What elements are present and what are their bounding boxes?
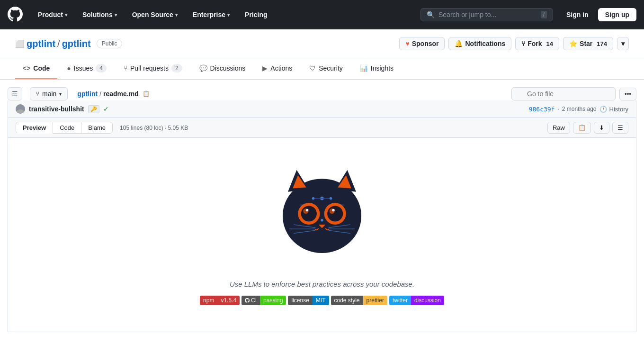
copy-path-icon[interactable]: 📋 (143, 90, 150, 97)
tab-actions[interactable]: ▶ Actions (255, 58, 300, 79)
add-star-button[interactable]: ▾ (617, 37, 629, 50)
nav-solutions[interactable]: Solutions ▾ (79, 8, 121, 21)
gptlint-logo (265, 157, 379, 271)
readme-tagline: Use LLMs to enforce best practices acros… (109, 280, 535, 288)
svg-point-33 (330, 197, 332, 200)
repo-header: ⬜ gptlint / gptlint Public ♥ Sponsor 🔔 N… (0, 29, 644, 58)
repo-owner-link[interactable]: gptlint (27, 38, 55, 49)
readme-image (109, 157, 535, 271)
search-icon: 🔍 (427, 11, 435, 18)
repo-name-link[interactable]: gptlint (62, 38, 91, 49)
github-logo[interactable] (8, 7, 23, 23)
badge-ci[interactable]: CI passing (242, 296, 286, 305)
badge-twitter[interactable]: twitter discussion (389, 296, 444, 305)
chevron-down-icon: ▾ (115, 12, 117, 18)
branch-selector[interactable]: ⑂ main ▾ (30, 87, 68, 100)
more-options-button[interactable]: ••• (619, 88, 636, 100)
heart-icon: ♥ (405, 40, 409, 47)
svg-point-17 (306, 209, 309, 212)
issue-icon: ● (67, 64, 71, 72)
nav-open-source[interactable]: Open Source ▾ (128, 8, 181, 21)
repo-icon: ⬜ (15, 39, 25, 48)
tab-code[interactable]: <> Code (15, 58, 57, 79)
tab-discussions[interactable]: 💬 Discussions (192, 58, 253, 79)
repo-actions: ♥ Sponsor 🔔 Notifications ⑂ Fork 14 ⭐ St… (399, 37, 629, 50)
svg-point-0 (18, 106, 22, 109)
file-tabs: Preview Code Blame (16, 122, 112, 134)
go-to-file-input[interactable] (511, 87, 616, 100)
sponsor-button[interactable]: ♥ Sponsor (399, 37, 445, 50)
raw-button[interactable]: Raw (547, 122, 570, 134)
slash-key: / (541, 11, 547, 18)
nav-enterprise[interactable]: Enterprise ▾ (189, 8, 233, 21)
svg-point-15 (301, 206, 317, 221)
file-path-owner[interactable]: gptlint (77, 90, 98, 98)
sign-up-button[interactable]: Sign up (598, 8, 636, 21)
chevron-down-icon: ▾ (65, 12, 67, 18)
nav-auth: Sign in Sign up (561, 8, 636, 21)
file-content-header: Preview Code Blame 105 lines (80 loc) · … (8, 118, 636, 138)
top-nav: Product ▾ Solutions ▾ Open Source ▾ Ente… (0, 0, 644, 29)
chevron-down-icon: ▾ (227, 12, 230, 18)
branch-icon: ⑂ (36, 90, 39, 97)
tab-preview[interactable]: Preview (16, 122, 53, 134)
nav-product[interactable]: Product ▾ (34, 8, 71, 21)
commit-time: 2 months ago (562, 106, 597, 112)
bell-icon: 🔔 (455, 40, 463, 47)
list-button[interactable]: ☰ (612, 122, 628, 134)
history-icon: 🕐 (599, 106, 607, 113)
file-viewer-header: ☰ ⑂ main ▾ gptlint / readme.md 📋 🔍 ••• (0, 80, 644, 100)
history-button[interactable]: 🕐 History (599, 106, 628, 113)
file-lines-info: 105 lines (80 loc) · 5.05 KB (120, 125, 188, 131)
sidebar-toggle-button[interactable]: ☰ (8, 87, 22, 100)
nav-pricing[interactable]: Pricing (241, 8, 271, 21)
search-placeholder: Search or jump to... (438, 11, 496, 18)
global-search[interactable]: 🔍 Search or jump to... / (420, 8, 553, 21)
pr-icon: ⑂ (124, 64, 127, 72)
go-to-file-wrapper: 🔍 (511, 87, 616, 100)
readme-content: Use LLMs to enforce best practices acros… (8, 138, 636, 332)
chevron-down-icon: ▾ (175, 12, 178, 18)
commit-author[interactable]: transitive-bullshit (29, 105, 84, 113)
sign-in-button[interactable]: Sign in (561, 9, 594, 21)
svg-point-21 (332, 209, 335, 212)
commit-row: transitive-bullshit 🔑 ✓ 986c39f · 2 mont… (8, 100, 636, 118)
readme-body: Use LLMs to enforce best practices acros… (109, 157, 535, 305)
tab-insights[interactable]: 📊 Insights (352, 58, 401, 79)
copy-button[interactable]: 📋 (573, 122, 591, 134)
copy-icon: 📋 (578, 124, 586, 131)
commit-hash[interactable]: 986c39f (529, 106, 555, 113)
file-path: gptlint / readme.md 📋 (77, 90, 149, 98)
repo-breadcrumb: ⬜ gptlint / gptlint Public (15, 38, 122, 49)
badge-npm[interactable]: npm v1.5.4 (200, 296, 240, 305)
check-icon: ✓ (103, 105, 109, 113)
svg-point-13 (321, 219, 323, 222)
star-icon: ⭐ (569, 40, 577, 47)
tab-blame[interactable]: Blame (81, 122, 113, 134)
tab-security[interactable]: 🛡 Security (302, 58, 350, 79)
tab-issues[interactable]: ● Issues 4 (59, 58, 114, 79)
discussion-icon: 💬 (199, 64, 207, 72)
action-icon: ▶ (262, 64, 268, 72)
security-icon: 🛡 (309, 64, 316, 72)
badge-code-style[interactable]: code style prettier (331, 296, 387, 305)
tab-pull-requests[interactable]: ⑂ Pull requests 2 (116, 58, 190, 79)
svg-point-32 (312, 197, 315, 200)
avatar (16, 104, 25, 114)
badge-license[interactable]: license MIT (288, 296, 329, 305)
insights-icon: 📊 (360, 64, 368, 72)
code-icon: <> (23, 64, 30, 72)
fork-icon: ⑂ (521, 40, 525, 47)
breadcrumb-slash: / (57, 38, 60, 49)
tab-code-view[interactable]: Code (53, 122, 81, 134)
chevron-down-icon: ▾ (621, 40, 625, 47)
download-button[interactable]: ⬇ (594, 122, 609, 134)
svg-point-19 (327, 206, 343, 221)
fork-button[interactable]: ⑂ Fork 14 (515, 37, 559, 50)
file-path-name: readme.md (103, 90, 139, 98)
notifications-button[interactable]: 🔔 Notifications (448, 37, 511, 50)
visibility-badge: Public (97, 39, 123, 48)
star-button[interactable]: ⭐ Star 174 (563, 37, 613, 50)
chevron-down-icon: ▾ (59, 91, 62, 97)
repo-tabs: <> Code ● Issues 4 ⑂ Pull requests 2 💬 D… (0, 58, 644, 80)
